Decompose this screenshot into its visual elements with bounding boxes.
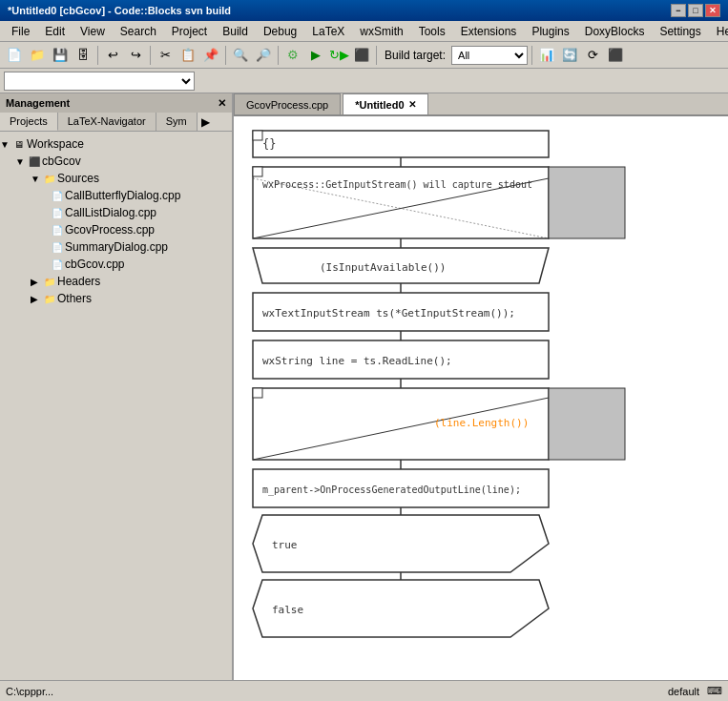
tree-item-file-3[interactable]: 📄 SummaryDialog.cpp (0, 238, 232, 256)
svg-rect-19 (253, 388, 262, 398)
expand-others[interactable]: ▶ (31, 294, 42, 304)
tab-gcovprocess[interactable]: GcovProcess.cpp (234, 93, 341, 114)
separator6 (531, 46, 532, 65)
cut-button[interactable]: ✂ (155, 45, 176, 66)
tree-item-headers[interactable]: ▶ 📁 Headers (0, 273, 232, 290)
tb-btn-10[interactable]: ⬛ (605, 45, 626, 66)
diagram-area[interactable]: {} wxProcess::GetInputStream() will capt… (234, 116, 728, 680)
tab-arrow[interactable]: ▶ (198, 113, 214, 131)
tab-projects[interactable]: Projects (0, 113, 58, 131)
expand-workspace[interactable]: ▼ (0, 139, 11, 150)
svg-rect-3 (253, 167, 549, 238)
file-label-1: CallListDialog.cpp (65, 206, 156, 219)
tree-item-workspace[interactable]: ▼ 🖥 Workspace (0, 135, 232, 153)
menu-wxsmith[interactable]: wxSmith (352, 23, 410, 40)
folder-icon: 📁 (42, 171, 57, 186)
tb-btn-9[interactable]: ⟳ (582, 45, 603, 66)
copy-button[interactable]: 📋 (177, 45, 198, 66)
save-all-button[interactable]: 🗄 (73, 45, 94, 66)
tb-btn-8[interactable]: 🔄 (559, 45, 580, 66)
sidebar-close-icon[interactable]: ✕ (218, 97, 226, 110)
build-target-select[interactable]: All (451, 46, 528, 65)
tab-latex-navigator[interactable]: LaTeX-Navigator (58, 113, 156, 131)
menu-debug[interactable]: Debug (256, 23, 304, 40)
svg-text:m_parent->OnProcessGeneratedOu: m_parent->OnProcessGeneratedOutputLine(l… (262, 485, 521, 496)
menu-doxyblocks[interactable]: DoxyBlocks (577, 23, 653, 40)
tree-item-file-0[interactable]: 📄 CallButterflyDialog.cpp (0, 187, 232, 204)
tab-untitled0-close[interactable]: ✕ (408, 99, 416, 110)
menu-file[interactable]: File (4, 23, 37, 40)
keyboard-icon: ⌨ (707, 685, 722, 697)
close-button[interactable]: ✕ (705, 4, 720, 17)
tree-item-sources[interactable]: ▼ 📁 Sources (0, 170, 232, 187)
menu-settings[interactable]: Settings (652, 23, 708, 40)
new-proj-button[interactable]: ⚙ (282, 45, 303, 66)
paste-button[interactable]: 📌 (200, 45, 221, 66)
open-button[interactable]: 📁 (27, 45, 48, 66)
tb-btn-7[interactable]: 📊 (536, 45, 557, 66)
tab-gcovprocess-label: GcovProcess.cpp (246, 99, 328, 111)
flowchart-svg: {} wxProcess::GetInputStream() will capt… (243, 126, 654, 679)
menu-search[interactable]: Search (113, 23, 164, 40)
undo-button[interactable]: ↩ (102, 45, 123, 66)
tree-item-others[interactable]: ▶ 📁 Others (0, 290, 232, 307)
tree-item-file-2[interactable]: 📄 GcovProcess.cpp (0, 221, 232, 238)
separator3 (225, 46, 226, 65)
menu-extensions[interactable]: Extensions (453, 23, 525, 40)
svg-rect-16 (549, 388, 625, 460)
menu-plugins[interactable]: Plugins (524, 23, 576, 40)
tree-item-file-4[interactable]: 📄 cbGcov.cpp (0, 256, 232, 273)
expand-headers[interactable]: ▶ (31, 277, 42, 287)
svg-text:{}: {} (262, 137, 276, 151)
cbgcov-label: cbGcov (42, 155, 81, 168)
tree-item-cbgcov[interactable]: ▼ ⬛ cbGcov (0, 153, 232, 170)
svg-rect-2 (253, 131, 262, 140)
file-label-3: SummaryDialog.cpp (65, 240, 168, 254)
redo-button[interactable]: ↪ (125, 45, 146, 66)
replace-button[interactable]: 🔎 (253, 45, 274, 66)
file-label-2: GcovProcess.cpp (65, 223, 155, 237)
rebuild-button[interactable]: ↻▶ (328, 45, 349, 66)
expand-sources[interactable]: ▼ (31, 174, 42, 184)
tab-untitled0[interactable]: *Untitled0 ✕ (343, 93, 427, 114)
workspace-label: Workspace (27, 137, 84, 151)
status-right: default ⌨ (668, 685, 722, 697)
menu-project[interactable]: Project (164, 23, 215, 40)
separator2 (150, 46, 151, 65)
menu-build[interactable]: Build (215, 23, 256, 40)
save-button[interactable]: 💾 (50, 45, 71, 66)
svg-text:wxTextInputStream ts(*GetInput: wxTextInputStream ts(*GetInputStream()); (262, 307, 515, 320)
project-icon: ⬛ (27, 154, 42, 169)
status-left: C:\cpppr... (6, 686, 53, 697)
file-icon-4: 📄 (50, 257, 65, 272)
title-bar: *Untitled0 [cbGcov] - Code::Blocks svn b… (0, 0, 728, 21)
menu-latex[interactable]: LaTeX (304, 23, 352, 40)
svg-marker-22 (253, 515, 549, 572)
sidebar-title: Management (6, 97, 70, 109)
sidebar: Management ✕ Projects LaTeX-Navigator Sy… (0, 93, 234, 680)
headers-label: Headers (57, 275, 100, 288)
status-default: default (668, 686, 699, 697)
find-button[interactable]: 🔍 (230, 45, 251, 66)
menu-help[interactable]: Help (709, 23, 728, 40)
run-button[interactable]: ▶ (305, 45, 326, 66)
sources-label: Sources (57, 172, 99, 185)
svg-text:(IsInputAvailable()): (IsInputAvailable()) (320, 261, 446, 274)
svg-text:wxProcess::GetInputStream() wi: wxProcess::GetInputStream() will capture… (262, 179, 532, 190)
svg-text:true: true (272, 539, 298, 551)
tabs-bar: GcovProcess.cpp *Untitled0 ✕ (234, 93, 728, 116)
tab-sym[interactable]: Sym (156, 113, 198, 131)
new-button[interactable]: 📄 (4, 45, 25, 66)
minimize-button[interactable]: − (671, 4, 686, 17)
tree-item-file-1[interactable]: 📄 CallListDialog.cpp (0, 204, 232, 221)
path-select[interactable] (4, 72, 195, 91)
stop-button[interactable]: ⬛ (351, 45, 372, 66)
sidebar-tabs: Projects LaTeX-Navigator Sym ▶ (0, 113, 232, 132)
menu-edit[interactable]: Edit (37, 23, 73, 40)
sidebar-tree: ▼ 🖥 Workspace ▼ ⬛ cbGcov ▼ 📁 Sources 📄 C… (0, 132, 232, 680)
menu-tools[interactable]: Tools (411, 23, 453, 40)
menu-view[interactable]: View (73, 23, 113, 40)
sidebar-header: Management ✕ (0, 93, 232, 113)
expand-cbgcov[interactable]: ▼ (15, 156, 27, 167)
maximize-button[interactable]: □ (688, 4, 703, 17)
